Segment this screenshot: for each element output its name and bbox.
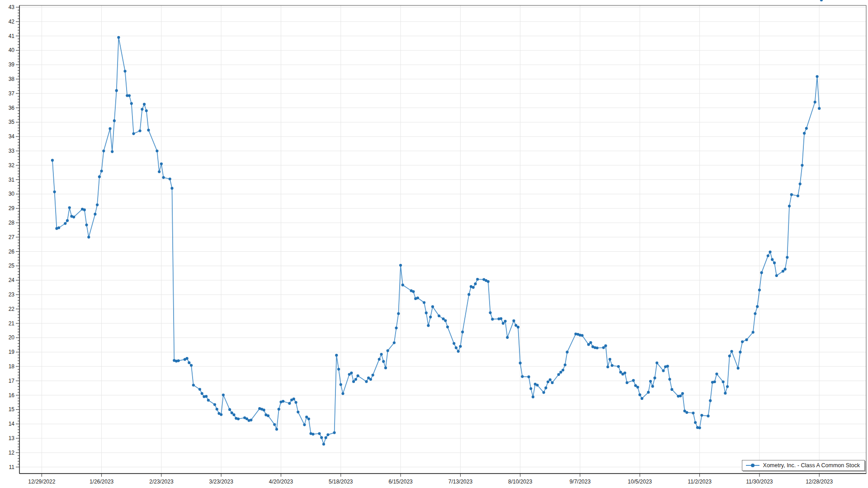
data-point	[476, 278, 479, 281]
data-point	[117, 36, 120, 39]
x-axis-tick-label: 1/26/2023	[90, 479, 114, 485]
data-point	[799, 183, 802, 185]
data-point	[756, 305, 759, 308]
chart-background	[0, 0, 868, 488]
data-point	[502, 322, 505, 325]
data-point	[760, 271, 763, 274]
stock-line-chart-canvas: 4342414039383736353433323130292827262524…	[0, 0, 868, 488]
y-axis-tick-label: 25	[9, 263, 15, 269]
data-point	[380, 353, 383, 356]
y-axis-tick-label: 20	[9, 334, 15, 341]
data-point	[604, 344, 607, 347]
data-point	[803, 132, 806, 135]
data-point	[649, 380, 652, 383]
data-point	[786, 256, 788, 259]
data-point	[726, 385, 729, 388]
data-point	[333, 432, 336, 434]
data-point	[341, 392, 344, 395]
data-point	[111, 150, 113, 153]
price-chart: 4342414039383736353433323130292827262524…	[0, 0, 868, 488]
y-axis-tick-label: 42	[9, 19, 15, 25]
data-point	[536, 384, 538, 386]
data-point	[222, 394, 225, 396]
data-point	[617, 365, 620, 368]
data-point	[85, 224, 88, 226]
data-point	[303, 423, 306, 426]
data-point	[602, 346, 605, 349]
data-point	[318, 432, 321, 435]
x-axis-tick-label: 12/28/2023	[806, 479, 833, 485]
data-point	[237, 418, 240, 420]
data-point	[797, 194, 799, 197]
data-point	[87, 236, 90, 239]
data-point	[100, 169, 103, 172]
x-axis-tick-label: 10/5/2023	[628, 479, 652, 485]
data-point	[130, 102, 133, 105]
data-point	[637, 386, 639, 389]
y-axis-tick-label: 40	[9, 47, 15, 53]
data-point	[207, 399, 210, 402]
data-point	[489, 311, 491, 314]
data-point	[623, 371, 626, 374]
data-point	[68, 206, 71, 209]
data-point	[487, 280, 490, 283]
data-point	[512, 319, 515, 322]
x-axis-tick-label: 12/29/2022	[28, 479, 55, 485]
data-point	[188, 361, 190, 364]
data-point	[378, 358, 381, 361]
data-point	[399, 264, 402, 267]
data-point	[626, 381, 628, 384]
data-point	[387, 349, 389, 352]
data-point	[566, 351, 569, 353]
data-point	[771, 258, 774, 261]
data-point	[758, 289, 761, 291]
y-axis-tick-label: 14	[9, 421, 15, 427]
data-point	[544, 386, 547, 389]
data-point	[587, 343, 590, 346]
data-point	[444, 319, 447, 322]
y-axis-tick-label: 21	[9, 320, 15, 327]
data-point	[596, 347, 599, 349]
data-point	[372, 374, 374, 376]
data-point	[814, 101, 816, 103]
data-point	[66, 219, 69, 222]
data-point	[767, 254, 769, 257]
x-axis-tick-label: 6/15/2023	[388, 479, 413, 485]
data-point	[57, 226, 60, 229]
data-point	[288, 402, 291, 405]
y-axis-tick-label: 39	[9, 61, 15, 68]
data-point	[416, 296, 419, 299]
y-axis-tick-label: 26	[9, 249, 15, 255]
data-point	[64, 222, 66, 225]
data-point	[784, 268, 787, 271]
data-point	[773, 262, 776, 264]
data-point	[307, 418, 310, 420]
data-point	[818, 107, 821, 110]
data-point	[467, 293, 470, 296]
data-point	[205, 395, 208, 398]
x-axis-tick-label: 11/2/2023	[688, 479, 712, 485]
data-point	[651, 385, 654, 388]
data-point	[788, 205, 791, 207]
data-point	[282, 400, 284, 403]
data-point	[102, 150, 105, 152]
data-point	[500, 317, 502, 320]
data-point	[160, 163, 163, 165]
data-point	[412, 290, 415, 293]
x-axis-tick-label: 9/7/2023	[570, 479, 591, 485]
y-axis-tick-label: 29	[9, 205, 15, 211]
x-axis-tick-label: 8/10/2023	[508, 479, 533, 485]
data-point	[115, 89, 118, 92]
data-point	[320, 436, 323, 439]
y-axis-tick-label: 22	[9, 306, 15, 312]
data-point	[754, 312, 756, 315]
data-point	[295, 401, 297, 404]
y-axis-tick-label: 11	[9, 464, 15, 470]
data-point	[606, 366, 609, 368]
data-point	[709, 399, 712, 402]
data-point	[395, 327, 398, 329]
data-point	[72, 216, 75, 218]
data-point	[528, 375, 530, 378]
data-point	[192, 384, 195, 386]
data-point	[805, 127, 808, 130]
